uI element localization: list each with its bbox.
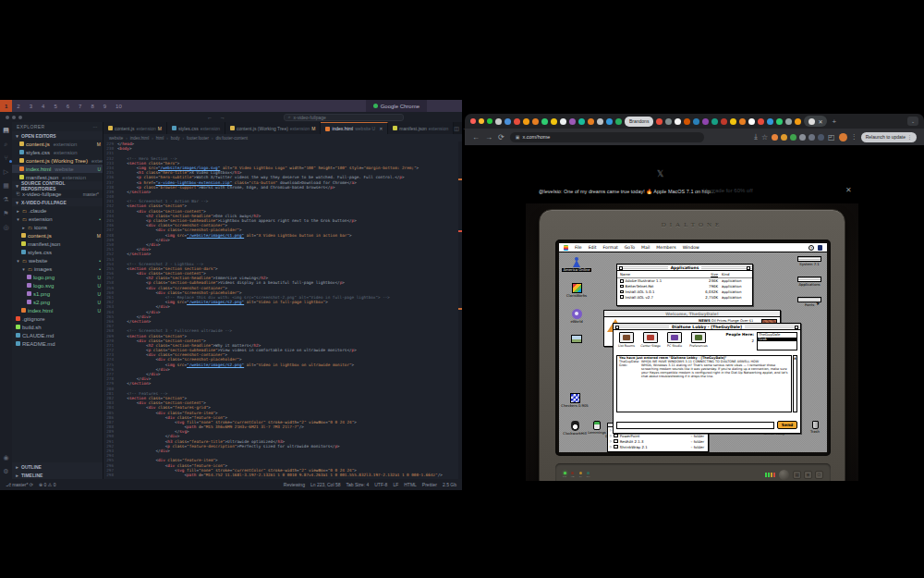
browser-tab[interactable]: [730, 118, 736, 125]
chat-scrollbar[interactable]: ▲: [793, 355, 797, 412]
menu-mail[interactable]: Mail: [641, 245, 650, 250]
status-item[interactable]: Prettier: [422, 482, 437, 487]
workspace-folder-header[interactable]: ▾X-VIDEO-FULLPAGE: [12, 198, 103, 206]
open-editor-item[interactable]: index.htmlwebsiteU: [12, 165, 103, 173]
status-item[interactable]: Reviewing: [284, 482, 305, 487]
workspace-button[interactable]: 8: [86, 100, 98, 112]
sidebar-section-timeline[interactable]: ▸TIMELINE: [12, 471, 103, 479]
grid-button[interactable]: ▦: [793, 471, 801, 479]
desktop-icon[interactable]: Checkers 0.905: [561, 393, 589, 408]
workspace-button[interactable]: 2: [12, 100, 24, 112]
close-tab-icon[interactable]: ✕: [818, 118, 822, 125]
sidebar-section-outline[interactable]: ▸OUTLINE: [12, 462, 103, 471]
browser-tab[interactable]: [665, 118, 672, 125]
address-bar[interactable]: ▣ x.com/home: [510, 132, 704, 142]
extension-icon[interactable]: [818, 134, 824, 141]
browser-tab[interactable]: [767, 118, 773, 125]
send-button[interactable]: Send: [777, 421, 797, 429]
tab-group-chip[interactable]: Brandons: [625, 117, 653, 127]
editor-tab[interactable]: manifest.jsonextension: [388, 122, 454, 134]
lightbox-close-icon[interactable]: ✕: [845, 186, 852, 194]
chat-toolbar-button[interactable]: List Rooms: [616, 332, 637, 348]
back-icon[interactable]: ←: [472, 133, 480, 141]
source-control-icon[interactable]: ⑂: [1, 154, 11, 162]
status-item[interactable]: LF: [393, 482, 398, 487]
editor-tab[interactable]: index.htmlwebsite U✕: [321, 122, 388, 134]
workspace-button[interactable]: 3: [25, 100, 37, 112]
split-editor-icon[interactable]: ◫: [454, 125, 459, 131]
collapsed-window[interactable]: System 7.1: [796, 256, 823, 266]
open-editor-item[interactable]: content.js (Working Tree)extensionM: [12, 156, 103, 165]
maximize-button[interactable]: [18, 116, 22, 119]
browser-tab[interactable]: [514, 118, 520, 125]
extensions-puzzle-icon[interactable]: ◰: [828, 133, 835, 141]
browser-tab[interactable]: [785, 118, 792, 125]
account-icon[interactable]: ◉: [1, 453, 11, 461]
breadcrumb-item[interactable]: footer.footer: [187, 136, 209, 141]
window-controls[interactable]: [6, 116, 22, 119]
tree-item[interactable]: logo.pngU: [12, 273, 103, 281]
app-list-row[interactable]: Install AOL v2.72,750Kapplication: [617, 294, 752, 300]
browser-tab[interactable]: [711, 118, 718, 125]
bookmark-star-icon[interactable]: ☆: [761, 133, 768, 141]
workspace-button[interactable]: 7: [74, 100, 86, 112]
tree-item[interactable]: logo.svgU: [12, 281, 103, 289]
menu-edit[interactable]: Edit: [589, 245, 597, 250]
search-icon[interactable]: ⌕: [1, 140, 11, 148]
relaunch-to-update-button[interactable]: Relaunch to update⋮: [861, 132, 917, 142]
extensions-icon[interactable]: ▦: [1, 181, 11, 190]
new-tab-button[interactable]: +: [832, 117, 836, 126]
editor-tab[interactable]: styles.cssextension: [167, 122, 225, 134]
browser-tab[interactable]: [739, 118, 746, 125]
tab-search-button[interactable]: ⌄: [907, 117, 918, 126]
folder-row[interactable]: ▷ShrinkWrap 2.1– folder: [608, 444, 708, 449]
scm-repos-header[interactable]: ▾SOURCE CONTROL REPOSITORIES: [12, 181, 103, 190]
browser-tab[interactable]: [795, 118, 801, 125]
browser-tab[interactable]: [569, 118, 576, 125]
history-nav-arrows[interactable]: ← →: [207, 115, 228, 120]
workspace-button[interactable]: 1: [0, 100, 12, 112]
forward-icon[interactable]: →: [485, 133, 492, 141]
download-icon[interactable]: ⤓: [754, 132, 758, 141]
browser-tab[interactable]: [748, 118, 755, 125]
open-editor-item[interactable]: content.jsextensionM: [12, 140, 103, 148]
menu-goto[interactable]: GoTo: [625, 245, 635, 250]
browser-tab[interactable]: [776, 118, 783, 125]
chat-toolbar-button[interactable]: Preferences: [688, 332, 709, 348]
breadcrumb-item[interactable]: html: [156, 136, 164, 141]
workspace-button[interactable]: 9: [99, 100, 111, 112]
people-list[interactable]: TheGuyDaleGrok: [757, 332, 797, 350]
chat-toolbar-button[interactable]: PC Studio: [664, 332, 685, 348]
problems-status[interactable]: ⊗ 0 ⚠ 0: [39, 482, 55, 487]
tree-item[interactable]: s1.pngU: [12, 289, 103, 298]
aol-person-icon[interactable]: [818, 245, 822, 251]
menu-members[interactable]: Members: [656, 245, 675, 250]
browser-tab[interactable]: [693, 118, 699, 125]
chat-input-field[interactable]: [616, 422, 774, 429]
editor-scrollbar[interactable]: [458, 141, 462, 479]
tree-item[interactable]: .gitignore: [12, 314, 103, 323]
active-browser-tab[interactable]: ✕: [804, 116, 827, 127]
explorer-icon[interactable]: ▤: [1, 126, 11, 134]
tree-item[interactable]: ▾🗀extension•: [12, 215, 103, 223]
extension-icon[interactable]: [799, 134, 806, 141]
chat-window[interactable]: Dialtone Lobby - [TheGuyDale] List Rooms…: [613, 323, 801, 434]
close-box[interactable]: [619, 266, 623, 270]
desktop-icon[interactable]: [563, 335, 590, 343]
app-list-row[interactable]: Install AOL 5.0.16,032Kapplication: [617, 289, 752, 295]
tree-item[interactable]: README.md: [12, 339, 103, 348]
browser-tab[interactable]: [551, 118, 557, 125]
browser-tab[interactable]: [505, 118, 511, 125]
browser-tab[interactable]: [615, 118, 622, 125]
status-item[interactable]: HTML: [404, 482, 417, 487]
tree-item[interactable]: index.htmlU: [12, 306, 103, 314]
tree-item[interactable]: content.jsM: [12, 231, 103, 240]
vscode-titlebar[interactable]: ← → ⌕ x-video-fullpage: [0, 112, 462, 122]
browser-tab[interactable]: [758, 118, 764, 125]
extension-icon[interactable]: [808, 134, 815, 141]
code-editor[interactable]: 229</head>230<body>231232 <!-- Hero Sect…: [103, 141, 462, 479]
browser-tab[interactable]: [597, 118, 603, 125]
browser-tab[interactable]: [702, 118, 709, 125]
fullscreen-button[interactable]: [487, 118, 492, 124]
workspace-button[interactable]: 5: [49, 100, 61, 112]
